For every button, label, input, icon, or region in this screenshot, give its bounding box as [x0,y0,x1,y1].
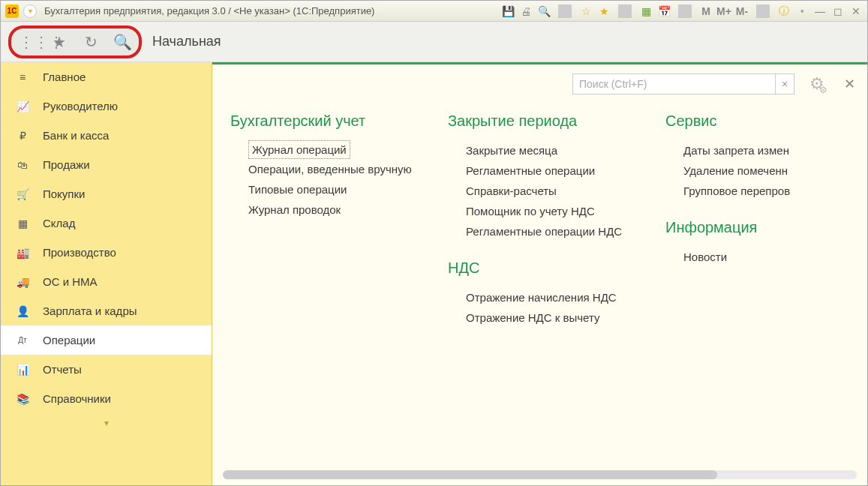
tab-start[interactable]: Начальная [152,34,221,50]
link-delete-marked[interactable]: Удаление помеченн [665,160,808,181]
boxes-icon: ▦ [16,218,29,230]
sidebar-item-label: Отчеты [43,363,82,376]
group-title: Информация [665,219,808,236]
chart-icon: 📈 [16,100,29,112]
memory-mplus-button[interactable]: M+ [717,4,731,18]
link-journal-postings[interactable]: Журнал проводок [230,200,418,220]
person-icon: 👤 [16,305,29,317]
sidebar-item-bank[interactable]: ₽ Банк и касса [1,121,212,150]
group-title: НДС [448,260,635,277]
factory-icon: 🏭 [16,247,29,259]
link-journal-operations[interactable]: Журнал операций [248,140,350,159]
calculator-icon[interactable]: ▦ [639,4,653,18]
search-icon[interactable]: 🔍 [113,33,131,51]
group-title: Бухгалтерский учет [230,112,418,130]
window-title: Бухгалтерия предприятия, редакция 3.0 / … [44,5,374,16]
memory-m-button[interactable]: M [699,4,713,18]
menu-icon: ≡ [16,71,29,83]
link-scheduled-vat[interactable]: Регламентные операции НДС [448,221,635,242]
save-icon[interactable]: 💾 [501,4,515,18]
truck-icon: 🚚 [16,276,29,288]
sidebar-item-label: Покупки [43,188,85,200]
info-dropdown-icon[interactable]: ▾ [795,4,809,18]
calendar-icon[interactable]: 📅 [657,4,671,18]
link-manual-operations[interactable]: Операции, введенные вручную [230,159,418,179]
sidebar-item-purchases[interactable]: 🛒 Покупки [1,179,212,208]
link-news[interactable]: Новости [665,247,808,267]
scrollbar-thumb[interactable] [223,470,717,479]
barchart-icon: 📊 [16,364,29,376]
dtkt-icon: Дт [16,336,29,344]
gear-icon[interactable]: ⚙⚙ [809,74,824,94]
sidebar-item-label: ОС и НМА [43,275,98,288]
group-period-close: Закрытие периода Закрытие месяца Регламе… [448,112,635,485]
bag-icon: 🛍 [16,159,29,171]
favorite-icon[interactable]: ★ [597,4,611,18]
close-icon[interactable]: ✕ [849,4,863,18]
horizontal-scrollbar[interactable] [223,470,857,479]
memory-mminus-button[interactable]: M- [735,4,749,18]
sidebar-item-sales[interactable]: 🛍 Продажи [1,150,212,179]
link-vat-deduction[interactable]: Отражение НДС к вычету [448,308,635,328]
info-icon[interactable]: ⓘ [777,4,791,18]
sidebar-item-manager[interactable]: 📈 Руководителю [1,92,212,121]
link-reference-calcs[interactable]: Справки-расчеты [448,181,635,201]
panel-body: Бухгалтерский учет Журнал операций Опера… [212,100,867,485]
group-title: Сервис [665,112,808,130]
sidebar-item-warehouse[interactable]: ▦ Склад [1,208,212,238]
apps-grid-icon[interactable]: ⋮⋮⋮ [19,33,37,51]
ruble-icon: ₽ [16,130,29,142]
sidebar-item-operations[interactable]: Дт Операции [1,326,212,355]
search-wrap: × [572,74,794,94]
sidebar-item-assets[interactable]: 🚚 ОС и НМА [1,267,212,296]
preview-icon[interactable]: 🔍 [537,4,551,18]
titlebar-tools: 💾 🖨 🔍 ☆ ★ ▦ 📅 M M+ M- ⓘ ▾ — ◻ ✕ [501,4,863,18]
app-menu-dropdown[interactable]: ▾ [23,4,37,18]
maximize-icon[interactable]: ◻ [831,4,845,18]
favorite-add-icon[interactable]: ☆ [579,4,593,18]
panel-toolbar: × ⚙⚙ ✕ [212,64,867,100]
tool-highlight-box: ⋮⋮⋮ ★ ↻ 🔍 [8,26,142,58]
sidebar-item-hr[interactable]: 👤 Зарплата и кадры [1,296,212,326]
main-area: ≡ Главное 📈 Руководителю ₽ Банк и касса … [1,62,867,485]
group-service: Сервис Даты запрета измен Удаление помеч… [665,112,808,485]
sidebar-item-label: Руководителю [43,100,118,112]
link-vat-assistant[interactable]: Помощник по учету НДС [448,201,635,221]
link-scheduled-ops[interactable]: Регламентные операции [448,160,635,181]
sidebar-item-label: Продажи [43,158,90,171]
sidebar-item-label: Склад [43,217,75,230]
title-bar: 1C ▾ Бухгалтерия предприятия, редакция 3… [1,1,867,22]
sidebar-item-label: Справочники [43,392,111,405]
sidebar-item-label: Операции [43,334,95,346]
star-icon[interactable]: ★ [50,33,68,51]
sidebar-item-reports[interactable]: 📊 Отчеты [1,355,212,384]
separator [618,4,632,18]
top-toolbar: ⋮⋮⋮ ★ ↻ 🔍 Начальная [1,22,867,62]
link-close-month[interactable]: Закрытие месяца [448,140,635,160]
group-title: Закрытие периода [448,112,635,130]
books-icon: 📚 [16,393,29,405]
sidebar-item-refs[interactable]: 📚 Справочники [1,384,212,413]
app-logo: 1C [5,4,19,18]
content-panel: × ⚙⚙ ✕ Бухгалтерский учет Журнал операци… [212,62,867,485]
link-lock-dates[interactable]: Даты запрета измен [665,140,808,160]
sidebar-item-production[interactable]: 🏭 Производство [1,238,212,267]
sidebar: ≡ Главное 📈 Руководителю ₽ Банк и касса … [1,62,212,485]
link-typical-operations[interactable]: Типовые операции [230,179,418,200]
print-icon[interactable]: 🖨 [519,4,533,18]
sidebar-item-label: Производство [43,246,116,259]
cart-icon: 🛒 [16,188,29,200]
separator [756,4,770,18]
sidebar-expand[interactable]: ▾ [1,413,212,433]
history-icon[interactable]: ↻ [82,33,100,51]
panel-close-icon[interactable]: ✕ [844,76,855,92]
link-group-repost[interactable]: Групповое перепров [665,181,808,201]
sidebar-item-main[interactable]: ≡ Главное [1,62,212,92]
search-input[interactable] [572,74,775,94]
sidebar-item-label: Главное [43,70,86,83]
minimize-icon[interactable]: — [813,4,827,18]
search-clear-button[interactable]: × [775,74,794,94]
separator [558,4,572,18]
link-vat-accrual[interactable]: Отражение начисления НДС [448,287,635,308]
separator [678,4,692,18]
